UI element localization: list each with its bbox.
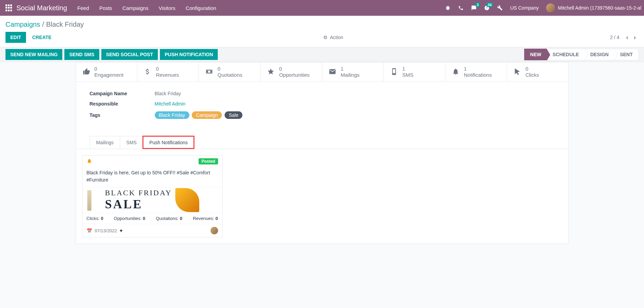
field-responsible: Responsible Mitchell Admin bbox=[90, 101, 555, 107]
card-avatar bbox=[211, 227, 218, 234]
heart-icon[interactable]: ♥ bbox=[120, 228, 123, 233]
tag-black-friday[interactable]: Black Friday bbox=[155, 111, 189, 119]
img-line2: SALE bbox=[105, 197, 172, 211]
stage-design[interactable]: DESIGN bbox=[584, 49, 615, 60]
activities-icon[interactable]: 34 bbox=[484, 5, 490, 11]
stat-notifications[interactable]: 1Notifications bbox=[445, 62, 507, 82]
pager-prev[interactable]: ‹ bbox=[623, 33, 631, 42]
card-stats: Clicks: 0 Opportunities: 0 Quotations: 0… bbox=[83, 213, 222, 224]
thumbs-up-icon bbox=[81, 67, 91, 76]
bug-icon[interactable] bbox=[445, 5, 451, 11]
breadcrumb-campaigns[interactable]: Campaigns bbox=[5, 21, 40, 28]
user-menu[interactable]: Mitchell Admin (17397560-saas-15-2-al bbox=[546, 3, 641, 12]
push-notification-button[interactable]: PUSH NOTIFICATION bbox=[160, 49, 218, 60]
stat-quotations[interactable]: 0Quotations bbox=[199, 62, 261, 82]
card-image: BLACK FRIDAY SALE bbox=[83, 187, 222, 213]
bell-icon bbox=[87, 158, 92, 164]
opps-label: Opportunities: bbox=[114, 216, 142, 221]
pager-label[interactable]: 2 / 4 bbox=[610, 35, 619, 40]
stat-value: 0 bbox=[156, 66, 179, 72]
messages-badge: 3 bbox=[475, 2, 480, 7]
notebook-tabs: Mailings SMS Push Notifications bbox=[90, 136, 568, 149]
send-sms-button[interactable]: SEND SMS bbox=[64, 49, 99, 60]
stat-engagement[interactable]: 0Engagement bbox=[76, 62, 138, 82]
rev-label: Revenues: bbox=[193, 216, 214, 221]
field-tags: Tags Black Friday Campaign Sale bbox=[90, 111, 555, 119]
nav-feed[interactable]: Feed bbox=[77, 5, 89, 11]
stat-buttons: 0Engagement 0Revenues 0Quotations 0Oppor… bbox=[76, 62, 568, 82]
form-body: Campaign Name Black Friday Responsible M… bbox=[76, 82, 568, 127]
stat-label: Revenues bbox=[156, 72, 179, 78]
app-brand[interactable]: Social Marketing bbox=[16, 4, 67, 12]
stat-label: SMS bbox=[402, 72, 414, 78]
apps-menu-icon[interactable] bbox=[5, 4, 13, 12]
phone-icon[interactable] bbox=[458, 5, 464, 11]
edit-button[interactable]: EDIT bbox=[5, 32, 26, 43]
stat-label: Opportunities bbox=[279, 72, 310, 78]
tag-campaign[interactable]: Campaign bbox=[192, 111, 222, 119]
responsible-label: Responsible bbox=[90, 101, 155, 107]
button-bar: SEND NEW MAILING SEND SMS SEND SOCIAL PO… bbox=[0, 47, 644, 62]
tab-content: Posted Black Friday is here, Get up to 5… bbox=[76, 149, 568, 244]
nav-configuration[interactable]: Configuration bbox=[186, 5, 216, 11]
nav-campaigns[interactable]: Campaigns bbox=[123, 5, 149, 11]
push-notification-card[interactable]: Posted Black Friday is here, Get up to 5… bbox=[82, 155, 223, 237]
action-dropdown[interactable]: Action bbox=[330, 35, 343, 40]
stat-value: 0 bbox=[526, 66, 539, 72]
nav-posts[interactable]: Posts bbox=[99, 5, 112, 11]
tab-push-notifications[interactable]: Push Notifications bbox=[143, 136, 194, 149]
card-message: Black Friday is here, Get up to 50% OFF!… bbox=[83, 167, 222, 187]
mobile-icon bbox=[389, 67, 399, 76]
tab-sms[interactable]: SMS bbox=[120, 136, 143, 149]
quot-val: 0 bbox=[180, 216, 182, 221]
img-line1: BLACK FRIDAY bbox=[105, 189, 172, 197]
rev-val: 0 bbox=[215, 216, 218, 221]
stat-revenues[interactable]: 0Revenues bbox=[137, 62, 199, 82]
stat-value: 1 bbox=[341, 66, 359, 72]
breadcrumb-current: Black Friday bbox=[46, 21, 84, 28]
clicks-label: Clicks: bbox=[87, 216, 100, 221]
top-navbar: Social Marketing Feed Posts Campaigns Vi… bbox=[0, 0, 644, 16]
money-bill-icon bbox=[204, 67, 214, 76]
send-social-button[interactable]: SEND SOCIAL POST bbox=[101, 49, 158, 60]
stat-label: Engagement bbox=[94, 72, 124, 78]
opps-val: 0 bbox=[143, 216, 145, 221]
send-mailing-button[interactable]: SEND NEW MAILING bbox=[5, 49, 62, 60]
card-footer: 📅 07/13/2022 ♥ bbox=[83, 224, 222, 237]
nav-links: Feed Posts Campaigns Visitors Configurat… bbox=[77, 5, 216, 11]
stage-new[interactable]: NEW bbox=[524, 49, 547, 60]
status-badge: Posted bbox=[199, 158, 218, 164]
pager-next[interactable]: › bbox=[631, 33, 639, 42]
quot-label: Quotations: bbox=[156, 216, 179, 221]
stat-opportunities[interactable]: 0Opportunities bbox=[261, 62, 322, 82]
stat-value: 0 bbox=[279, 66, 310, 72]
envelope-icon bbox=[328, 67, 337, 76]
nav-visitors[interactable]: Visitors bbox=[159, 5, 175, 11]
tools-icon[interactable] bbox=[497, 5, 503, 11]
gear-icon: ⚙ bbox=[323, 35, 328, 40]
responsible-value[interactable]: Mitchell Admin bbox=[155, 101, 186, 107]
stat-sms[interactable]: 1SMS bbox=[384, 62, 445, 82]
cursor-icon bbox=[513, 67, 522, 76]
stat-value: 0 bbox=[217, 66, 242, 72]
stat-clicks[interactable]: 0Clicks bbox=[507, 62, 568, 82]
tag-sale[interactable]: Sale bbox=[225, 111, 242, 119]
messages-icon[interactable]: 3 bbox=[471, 5, 477, 11]
tab-mailings[interactable]: Mailings bbox=[90, 136, 120, 149]
tags-value: Black Friday Campaign Sale bbox=[155, 111, 244, 119]
stat-label: Quotations bbox=[217, 72, 242, 78]
username-label: Mitchell Admin (17397560-saas-15-2-al bbox=[558, 5, 641, 11]
star-icon bbox=[266, 67, 276, 76]
stage-schedule[interactable]: SCHEDULE bbox=[547, 49, 585, 60]
calendar-icon: 📅 bbox=[87, 228, 92, 233]
company-switcher[interactable]: US Company bbox=[510, 5, 539, 11]
field-campaign-name: Campaign Name Black Friday bbox=[90, 91, 555, 96]
stat-label: Notifications bbox=[464, 72, 492, 78]
control-row: EDIT CREATE ⚙ Action 2 / 4 ‹ › bbox=[0, 30, 644, 47]
card-date: 07/13/2022 bbox=[95, 228, 117, 233]
breadcrumb-sep: / bbox=[42, 21, 44, 28]
create-button[interactable]: CREATE bbox=[27, 32, 56, 43]
stat-mailings[interactable]: 1Mailings bbox=[322, 62, 384, 82]
stat-value: 0 bbox=[94, 66, 124, 72]
clicks-val: 0 bbox=[101, 216, 103, 221]
